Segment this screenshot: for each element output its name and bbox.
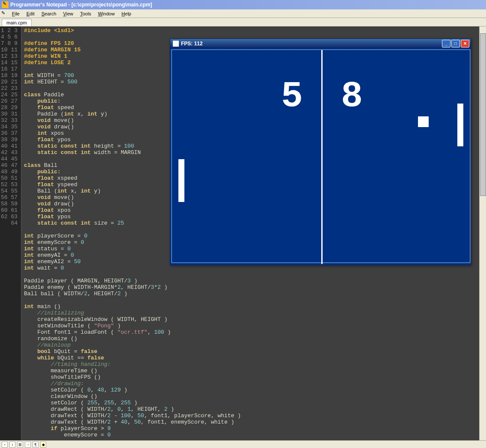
statusbar: ▫ ↕ ⊞ → ¶ ◆ [0,440,486,448]
window-title: Programmer's Notepad - [c:\cpm\projects\… [10,2,152,8]
statusbar-btn-5[interactable]: ¶ [33,442,39,448]
enemy-score: 8 [341,76,363,117]
close-button[interactable]: ✕ [461,40,469,47]
game-canvas[interactable]: 5 8 [171,49,471,263]
app-icon [2,1,9,8]
tab-main[interactable]: main.cpm [2,19,32,26]
statusbar-btn-6[interactable]: ◆ [40,442,46,448]
statusbar-btn-4[interactable]: → [25,442,31,448]
scroll-thumb[interactable] [480,33,486,196]
game-titlebar[interactable]: FPS: 112 _ □ ✕ [170,39,471,48]
menu-file[interactable]: File [9,10,23,17]
menubar: ✎ File Edit Search View Tools Window Hel… [0,9,486,18]
game-window[interactable]: FPS: 112 _ □ ✕ 5 8 [170,39,471,265]
menu-help[interactable]: Help [118,10,135,17]
statusbar-btn-1[interactable]: ▫ [2,442,8,448]
new-file-icon[interactable]: ✎ [1,10,7,16]
vertical-scrollbar[interactable] [479,27,486,440]
maximize-button[interactable]: □ [451,40,460,47]
statusbar-btn-3[interactable]: ⊞ [17,442,23,448]
statusbar-btn-2[interactable]: ↕ [9,442,15,448]
enemy-paddle [457,104,463,146]
player-score: 5 [281,76,303,117]
menu-search[interactable]: Search [38,10,60,17]
menu-edit[interactable]: Edit [23,10,38,17]
menu-view[interactable]: View [60,10,77,17]
minimize-button[interactable]: _ [442,40,450,47]
player-paddle [178,159,184,202]
game-app-icon [173,41,179,47]
menu-tools[interactable]: Tools [77,10,95,17]
ball [418,116,429,127]
game-title: FPS: 112 [181,41,442,47]
tabbar: main.cpm [0,18,486,27]
line-number-gutter: 1 2 3 4 5 6 7 8 9 10 11 12 13 14 15 16 1… [0,27,21,440]
center-line [321,50,323,264]
window-titlebar: Programmer's Notepad - [c:\cpm\projects\… [0,0,486,9]
menu-window[interactable]: Window [95,10,118,17]
